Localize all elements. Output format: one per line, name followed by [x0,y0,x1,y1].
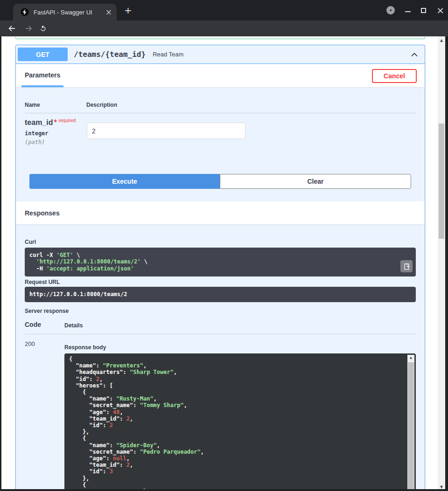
copy-to-clipboard-button[interactable] [400,260,413,272]
page-scrollbar[interactable]: ▲ ▼ [438,36,445,491]
forward-icon[interactable] [24,24,34,33]
server-response-label: Server response [25,308,69,314]
reload-icon[interactable] [39,25,47,33]
page-content: GET /teams/{team_id} Read Team Parameter… [1,36,445,491]
request-url-label: Request URL [25,279,60,285]
response-table-divider [25,334,416,334]
tab-parameters[interactable]: Parameters [21,64,63,87]
maximize-button[interactable] [421,8,426,13]
browser-toolbar: 127.0.0.1:8000/docs#/default/read_team_t… [0,21,448,36]
table-divider [25,113,416,113]
responses-title: Responses [25,209,60,217]
parameter-location: (path) [25,139,45,145]
opblock-summary[interactable]: GET /teams/{team_id} Read Team [16,45,425,64]
response-body: { "name": "Preventers", "headquarters": … [64,353,416,491]
operation-summary-text: Read Team [153,51,183,58]
curl-command: curl -X 'GET' \ 'http://127.0.0.1:8000/t… [25,248,416,277]
back-icon[interactable] [7,24,16,33]
opblock-get: GET /teams/{team_id} Read Team Parameter… [15,45,425,491]
status-code: 200 [25,340,35,347]
cancel-button[interactable]: Cancel [372,69,417,83]
description-column-header: Description [86,102,117,108]
tab-close-icon[interactable]: × [105,8,112,16]
parameter-name: team_id*required [25,118,76,127]
team-id-input[interactable] [87,123,245,139]
code-column-header: Code [25,321,41,328]
scrollbar-up-icon[interactable]: ▲ [407,356,414,360]
tab-title: FastAPI - Swagger UI [34,9,105,16]
window-border-right [445,36,448,491]
window-close-button[interactable]: × [436,7,444,14]
minimize-button[interactable] [405,11,411,12]
execute-row: Execute Clear [29,174,411,189]
browser-window: FastAPI - Swagger UI × + ▾ × 127.0.0 [0,0,448,491]
parameter-type: integer [25,130,49,137]
window-border-bottom [0,489,448,491]
page-scrollbar-thumb[interactable] [439,124,444,239]
browser-tab[interactable]: FastAPI - Swagger UI × [13,4,117,21]
clipboard-icon [403,263,410,270]
collapse-chevron-icon[interactable] [410,50,419,59]
fastapi-favicon-icon [21,8,29,16]
method-badge: GET [18,48,68,61]
parameters-header: Parameters Cancel [16,64,425,87]
response-body-scrollbar[interactable]: ▲ [407,355,414,491]
required-star: * [54,118,56,126]
previous-opblock-edge [15,37,425,39]
clear-button[interactable]: Clear [220,174,411,189]
new-tab-button[interactable]: + [124,6,132,14]
name-column-header: Name [25,102,40,108]
curl-label: Curl [25,239,36,245]
request-url-value: http://127.0.0.1:8000/teams/2 [25,287,416,302]
operation-path: /teams/{team_id} [74,50,146,59]
tab-search-icon[interactable]: ▾ [386,6,395,14]
page-scroll-down-icon[interactable]: ▼ [438,485,445,489]
response-body-label: Response body [64,344,106,351]
page-scroll-up-icon[interactable]: ▲ [438,38,445,42]
execute-button[interactable]: Execute [29,174,220,189]
responses-header: Responses [16,201,425,224]
response-scrollbar-thumb[interactable] [408,362,414,491]
window-controls: ▾ × [386,0,444,21]
tab-strip: FastAPI - Swagger UI × + ▾ × [0,0,448,21]
details-column-header: Details [64,322,83,329]
required-label: required [59,118,76,123]
